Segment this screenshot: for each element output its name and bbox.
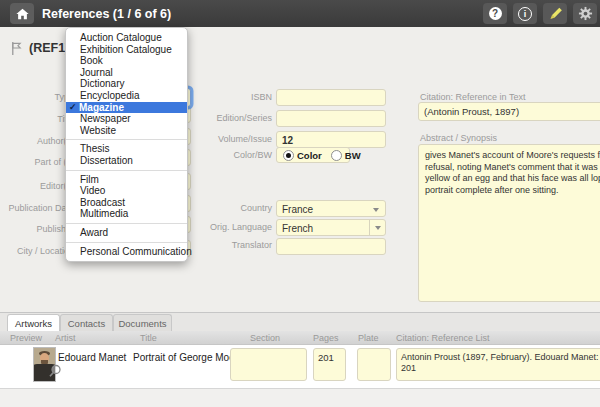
publisher-label: Publisher	[0, 224, 74, 234]
menu-item-magazine-selected[interactable]: ✓ Magazine	[66, 102, 187, 114]
magnifier-icon[interactable]	[48, 364, 62, 382]
abstract-label: Abstract / Synopsis	[420, 133, 600, 143]
menu-item-dictionary[interactable]: Dictionary	[66, 78, 187, 90]
menu-separator	[66, 223, 187, 224]
pencil-icon	[547, 6, 563, 22]
col-pages: Pages	[313, 331, 339, 345]
help-icon: ?	[489, 7, 502, 20]
menu-item-video[interactable]: Video	[66, 185, 187, 197]
color-radio-label: Color	[297, 150, 322, 161]
menu-item-broadcast[interactable]: Broadcast	[66, 197, 187, 209]
app-window: References (1 / 6 of 6) ? i (REF1) L	[0, 0, 600, 407]
country-select[interactable]: France	[276, 200, 386, 217]
gear-icon	[578, 6, 593, 21]
city-location-label: City / Location	[0, 246, 74, 256]
tab-artworks[interactable]: Artworks	[7, 314, 60, 331]
isbn-field[interactable]	[276, 89, 386, 106]
citation-in-text-label: Citation: Reference in Text	[420, 92, 600, 102]
col-title: Title	[140, 331, 157, 345]
help-button[interactable]: ?	[483, 3, 507, 24]
info-button[interactable]: i	[513, 3, 537, 24]
menu-item-encyclopedia[interactable]: Encyclopedia	[66, 90, 187, 102]
menu-item-journal[interactable]: Journal	[66, 67, 187, 79]
authors-label: Author(s)	[0, 136, 74, 146]
table-row[interactable]: Edouard Manet Portrait of George Moore 2…	[0, 345, 600, 388]
menu-item-exhibition-catalogue[interactable]: Exhibition Catalogue	[66, 44, 187, 56]
flag-icon[interactable]	[10, 41, 23, 60]
home-icon	[15, 7, 30, 21]
color-radio[interactable]	[283, 150, 294, 161]
editors-label: Editor(s)	[0, 181, 74, 191]
language-value: French	[282, 223, 313, 234]
menu-item-thesis[interactable]: Thesis	[66, 143, 187, 155]
menu-item-film[interactable]: Film	[66, 174, 187, 186]
citation-in-text-field[interactable]: (Antonin Proust, 1897)	[418, 102, 600, 121]
edit-button[interactable]	[543, 3, 567, 24]
menu-item-newspaper[interactable]: Newspaper	[66, 113, 187, 125]
menu-item-label: Magazine	[79, 102, 124, 114]
settings-button[interactable]	[573, 3, 597, 24]
language-combobox[interactable]: French	[276, 219, 386, 236]
home-button[interactable]	[10, 3, 34, 24]
footer-tab-bar: Artworks Contacts Documents	[0, 312, 600, 331]
title-label: Title	[0, 114, 74, 124]
type-dropdown-menu: Auction Catalogue Exhibition Catalogue B…	[65, 27, 188, 262]
checkmark-icon: ✓	[69, 102, 79, 114]
row-citation-field[interactable]: Antonin Proust (1897, February). Edouard…	[396, 348, 600, 381]
menu-item-multimedia[interactable]: Multimedia	[66, 208, 187, 220]
tab-documents[interactable]: Documents	[113, 314, 172, 331]
col-preview: Preview	[10, 331, 42, 345]
menu-separator	[66, 170, 187, 171]
chevron-down-icon	[375, 226, 381, 230]
tab-contacts[interactable]: Contacts	[60, 314, 113, 331]
volume-issue-field[interactable]: 12	[276, 131, 386, 148]
footer-background	[0, 388, 600, 407]
menu-separator	[66, 139, 187, 140]
chevron-down-icon	[373, 208, 379, 212]
artworks-table-header: Preview Artist Title Section Pages Plate…	[0, 331, 600, 345]
row-pages-field[interactable]: 201	[313, 348, 346, 381]
menu-item-auction-catalogue[interactable]: Auction Catalogue	[66, 32, 187, 44]
publication-date-label: Publication Date	[0, 203, 74, 213]
info-icon: i	[518, 7, 532, 21]
menu-separator	[66, 242, 187, 243]
row-plate-field[interactable]	[357, 348, 391, 381]
country-value: France	[282, 204, 313, 215]
row-section-field[interactable]	[230, 348, 307, 381]
menu-item-personal-communication[interactable]: Personal Communication	[66, 246, 187, 258]
color-bw-radiogroup: Color BW	[276, 147, 350, 163]
bw-radio-label: BW	[345, 150, 361, 161]
col-section: Section	[250, 331, 280, 345]
header-bar: References (1 / 6 of 6) ? i	[0, 0, 600, 27]
language-combo-button[interactable]	[369, 220, 385, 235]
row-artist: Edouard Manet	[58, 352, 126, 363]
type-label: Type	[0, 92, 74, 102]
menu-item-website[interactable]: Website	[66, 125, 187, 137]
col-citation-reference-list: Citation: Reference List	[396, 331, 490, 345]
edition-series-field[interactable]	[276, 110, 386, 127]
bw-radio[interactable]	[331, 150, 342, 161]
menu-item-book[interactable]: Book	[66, 55, 187, 67]
col-plate: Plate	[358, 331, 379, 345]
translator-field[interactable]	[276, 238, 386, 255]
menu-item-award[interactable]: Award	[66, 227, 187, 239]
abstract-field[interactable]: gives Manet's account of Moore's request…	[418, 144, 600, 302]
page-title: References (1 / 6 of 6)	[42, 7, 171, 21]
col-artist: Artist	[55, 331, 76, 345]
menu-item-dissertation[interactable]: Dissertation	[66, 155, 187, 167]
row-title: Portrait of George Moore	[133, 352, 244, 363]
part-of-label: Part of (...	[0, 157, 74, 167]
